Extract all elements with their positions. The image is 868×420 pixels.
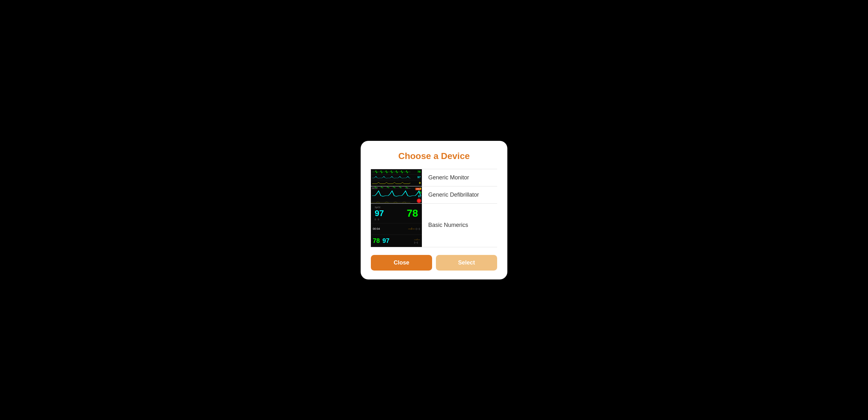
modal-buttons: Close Select — [371, 255, 497, 270]
device-row-generic-defibrillator[interactable]: 01:17 —/— 150J 78 97 — [371, 186, 497, 204]
device-row-generic-monitor[interactable]: 78 97 — [371, 169, 497, 186]
generic-defibrillator-thumbnail: 01:17 —/— 150J 78 97 — [371, 186, 422, 203]
modal-title: Choose a Device — [371, 151, 497, 161]
basic-numerics-thumbnail: SpO2 97 0 0 78 00:04 — [371, 204, 422, 247]
modal-overlay: Choose a Device 78 — [0, 0, 868, 420]
choose-device-modal: Choose a Device 78 — [361, 141, 507, 280]
generic-defibrillator-label: Generic Defibrillator — [422, 186, 497, 203]
device-row-basic-numerics[interactable]: SpO2 97 0 0 78 00:04 — [371, 204, 497, 247]
basic-numerics-label: Basic Numerics — [422, 204, 497, 247]
generic-monitor-label: Generic Monitor — [422, 169, 497, 186]
select-button[interactable]: Select — [436, 255, 497, 270]
generic-monitor-thumbnail: 78 97 — [371, 169, 422, 186]
device-list: 78 97 — [371, 169, 497, 247]
close-button[interactable]: Close — [371, 255, 432, 270]
